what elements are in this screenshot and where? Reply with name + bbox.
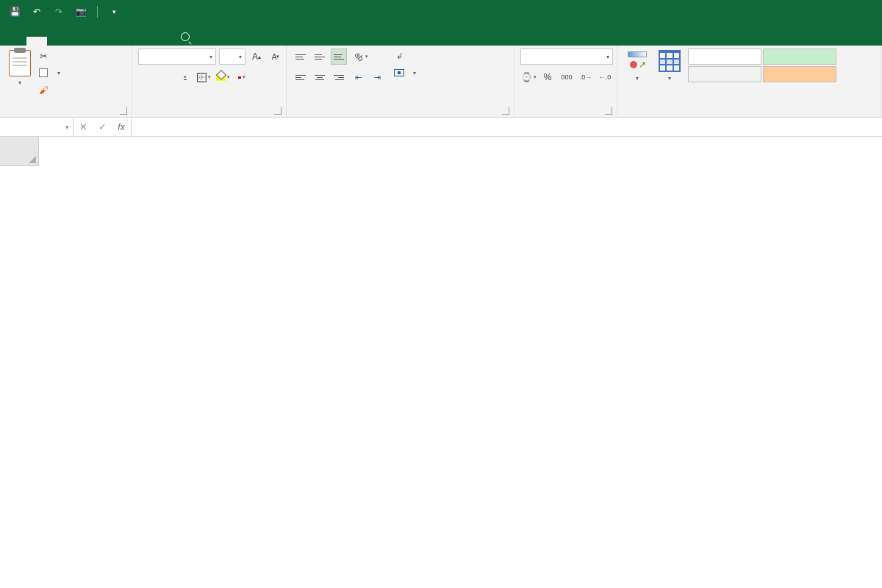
merge-center-button[interactable]: ▾ — [394, 65, 416, 80]
chevron-down-icon: ▾ — [208, 74, 211, 80]
tab-ueberpruefen[interactable] — [129, 37, 150, 46]
dialog-launcher-icon[interactable] — [502, 107, 509, 115]
chevron-down-icon: ▾ — [534, 74, 537, 80]
align-center-icon — [315, 75, 325, 80]
save-icon[interactable]: 💾 — [9, 6, 21, 18]
camera-icon[interactable]: 📷 — [75, 6, 87, 18]
format-as-table-button[interactable]: ▾ — [656, 49, 684, 83]
chevron-down-icon: ▾ — [668, 75, 671, 82]
borders-icon — [197, 73, 207, 82]
format-painter-button[interactable]: 🖌 — [38, 82, 60, 97]
scissors-icon: ✂ — [38, 51, 49, 61]
worksheet-grid[interactable] — [0, 137, 882, 588]
increase-decimal-icon: .0→ — [580, 74, 592, 81]
number-format-combo[interactable]: ▾ — [520, 49, 613, 65]
percent-format-button[interactable]: % — [539, 69, 556, 85]
chevron-down-icon: ▾ — [227, 74, 230, 80]
formula-input[interactable] — [132, 118, 882, 136]
percent-icon: % — [544, 72, 552, 82]
enter-formula-button[interactable]: ✓ — [93, 121, 112, 132]
group-number: ▾ ⌚▾ % 000 .0→ ←.0 — [514, 46, 617, 117]
italic-button[interactable] — [157, 69, 173, 85]
tab-daten[interactable] — [109, 37, 129, 46]
undo-icon[interactable]: ↶ — [31, 6, 43, 18]
tab-datei[interactable] — [6, 37, 26, 46]
increase-font-icon: A — [252, 51, 258, 62]
decrease-font-icon: A — [272, 53, 277, 61]
wrap-text-button[interactable]: ↲ — [394, 49, 416, 63]
ribbon: ▾ ✂ ▾ 🖌 — [0, 46, 882, 118]
tab-ansicht[interactable] — [150, 37, 171, 46]
bold-button[interactable] — [138, 69, 154, 85]
tab-seitenlayout[interactable] — [68, 37, 88, 46]
tab-formeln[interactable] — [88, 37, 109, 46]
increase-font-button[interactable]: A▴ — [248, 49, 265, 65]
increase-indent-button[interactable]: ⇥ — [369, 69, 385, 85]
align-top-icon — [295, 54, 306, 60]
cell-style-gut[interactable] — [763, 49, 836, 65]
dialog-launcher-icon[interactable] — [274, 107, 282, 115]
align-middle-button[interactable] — [312, 49, 328, 65]
ribbon-tabs — [0, 24, 882, 46]
insert-function-button[interactable]: fx — [112, 122, 131, 132]
name-box[interactable]: ▾ — [0, 118, 74, 136]
font-size-combo[interactable]: ▾ — [219, 49, 245, 65]
decrease-font-button[interactable]: A▾ — [268, 49, 284, 65]
decrease-indent-button[interactable]: ⇤ — [350, 69, 366, 85]
align-center-button[interactable] — [312, 69, 328, 85]
search-icon — [181, 32, 190, 41]
brush-icon: 🖌 — [38, 85, 49, 95]
conditional-formatting-icon: ↗ — [626, 50, 648, 72]
wrap-icon: ↲ — [394, 51, 404, 61]
cell-style-standard[interactable] — [688, 49, 761, 65]
group-clipboard: ▾ ✂ ▾ 🖌 — [0, 46, 132, 117]
font-name-combo[interactable]: ▾ — [138, 49, 216, 65]
group-styles: ↗ ▾ ▾ — [617, 46, 882, 117]
borders-button[interactable]: ▾ — [196, 69, 212, 85]
quick-access-toolbar: 💾 ↶ ↷ 📷 ▾ — [0, 6, 120, 18]
chevron-down-icon: ▾ — [239, 54, 242, 60]
thousands-format-button[interactable]: 000 — [559, 69, 575, 85]
align-middle-icon — [315, 54, 325, 60]
align-right-icon — [334, 75, 344, 80]
increase-decimal-button[interactable]: .0→ — [578, 69, 594, 85]
table-icon — [659, 50, 681, 72]
accounting-format-button[interactable]: ⌚▾ — [520, 69, 537, 85]
align-right-button[interactable] — [331, 69, 347, 85]
dialog-launcher-icon[interactable] — [120, 107, 127, 115]
align-bottom-button[interactable] — [331, 49, 347, 65]
formula-bar: ▾ ✕ ✓ fx — [0, 118, 882, 137]
paste-icon — [9, 50, 31, 76]
align-left-button[interactable] — [293, 69, 309, 85]
orientation-icon: ab — [353, 50, 365, 62]
align-bottom-icon — [334, 54, 344, 60]
align-top-button[interactable] — [293, 49, 309, 65]
cancel-formula-button[interactable]: ✕ — [74, 121, 93, 132]
cell-style-berechnung[interactable] — [763, 66, 836, 82]
chevron-down-icon: ▾ — [209, 54, 212, 60]
chevron-down-icon: ▾ — [606, 54, 609, 60]
copy-icon — [38, 68, 49, 78]
conditional-formatting-button[interactable]: ↗ ▾ — [623, 49, 651, 83]
dialog-launcher-icon[interactable] — [605, 107, 612, 115]
orientation-button[interactable]: ab▾ — [350, 49, 373, 65]
tell-me-search[interactable] — [171, 28, 204, 46]
underline-button[interactable]: ▾ — [176, 69, 193, 85]
chevron-down-icon: ▾ — [243, 74, 245, 80]
chevron-down-icon: ▾ — [413, 70, 416, 76]
tab-start[interactable] — [26, 37, 47, 46]
font-color-button[interactable]: ▾ — [234, 69, 250, 85]
paste-button[interactable]: ▾ — [6, 49, 34, 87]
copy-button[interactable]: ▾ — [38, 65, 60, 80]
customize-qat-icon[interactable]: ▾ — [108, 6, 120, 18]
chevron-down-icon: ▾ — [636, 75, 639, 82]
fill-color-button[interactable]: ▾ — [215, 69, 231, 85]
decrease-decimal-button[interactable]: ←.0 — [597, 69, 613, 85]
tab-einfuegen[interactable] — [47, 37, 68, 46]
increase-indent-icon: ⇥ — [374, 73, 381, 82]
cell-style-ausgabe[interactable] — [688, 66, 761, 82]
redo-icon[interactable]: ↷ — [53, 6, 65, 18]
chevron-down-icon: ▾ — [61, 123, 73, 131]
cut-button[interactable]: ✂ — [38, 49, 60, 63]
select-all-button[interactable] — [0, 137, 39, 166]
